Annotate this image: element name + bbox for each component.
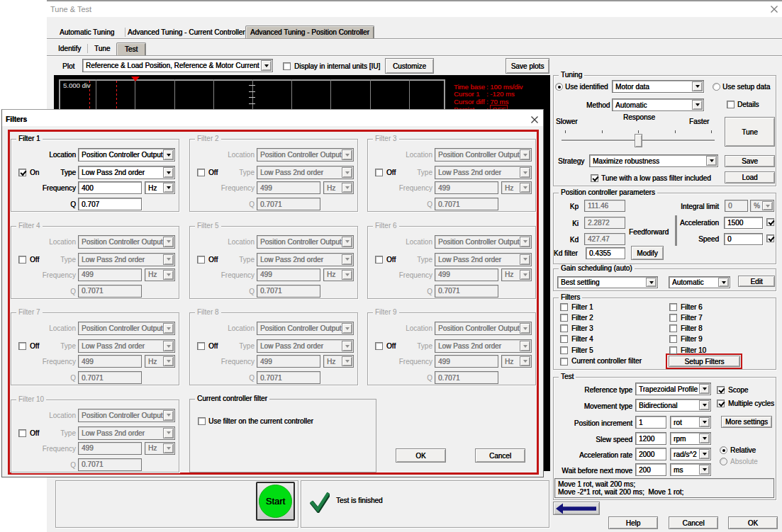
tab-test[interactable]: Test [116,43,146,55]
motor-data-select[interactable]: Motor data [612,80,704,93]
filter-location-arrow[interactable] [520,323,530,334]
filter-location-arrow[interactable] [520,237,530,247]
filter-panel-checkbox-4[interactable] [560,335,568,343]
filter-panel-checkbox-7[interactable] [669,314,677,322]
filter-frequency-field[interactable]: 499 [435,181,498,194]
filter-unit-select[interactable]: Hz [145,268,175,281]
use-identified-radio[interactable] [555,83,563,91]
filter-panel-checkbox-9[interactable] [669,335,677,343]
filter-unit-arrow[interactable] [163,356,174,366]
filter-location-select[interactable]: Position Controller Output [257,322,354,335]
filter-frequency-field[interactable]: 499 [78,442,142,455]
filter-location-arrow[interactable] [163,410,174,421]
filter-frequency-field[interactable]: 499 [257,268,320,281]
filter-unit-select[interactable]: Hz [145,442,175,455]
filter-unit-select[interactable]: Hz [501,268,532,281]
filter-unit-arrow[interactable] [163,443,174,453]
test-row-unit-arrow[interactable] [699,449,710,459]
filter-type-select[interactable]: Low Pass 2nd order [257,166,354,179]
filter-unit-arrow[interactable] [520,356,530,366]
filter-location-arrow[interactable] [163,149,174,160]
filter-type-select[interactable]: Low Pass 2nd order [257,339,354,353]
filter-location-select[interactable]: Position Controller Output [78,409,175,422]
filter-q-field[interactable]: 0.7071 [78,458,142,471]
filter-type-select[interactable]: Low Pass 2nd order [257,253,354,266]
filter-location-select[interactable]: Position Controller Output [435,235,532,249]
save-button[interactable]: Save [725,155,775,167]
filter-type-select[interactable]: Low Pass 2nd order [435,339,532,353]
test-row-select[interactable]: Trapezoidal Profile [635,383,711,395]
filter-location-arrow[interactable] [342,149,352,160]
filter-type-arrow[interactable] [163,428,174,438]
filter-q-field[interactable]: 0.7071 [435,198,498,210]
gain-mode-arrow[interactable] [646,278,657,287]
filter-frequency-field[interactable]: 499 [257,355,320,368]
filter-type-arrow[interactable] [342,254,352,265]
test-row-select[interactable]: Bidirectional [635,399,711,412]
filter-type-arrow[interactable] [520,254,530,265]
filter-type-arrow[interactable] [342,341,352,351]
filter-q-field[interactable]: 0.7071 [257,371,320,384]
gain-schedule-select[interactable]: Automatic [669,276,730,288]
absolute-radio[interactable] [720,458,727,465]
filter-type-select[interactable]: Low Pass 2nd order [78,426,175,440]
filter-type-arrow[interactable] [163,167,174,178]
test-row-unit-arrow[interactable] [699,434,710,443]
load-button[interactable]: Load [725,171,775,183]
method-arrow[interactable] [692,100,703,110]
help-button[interactable]: Help [608,516,658,529]
back-arrow-button[interactable] [553,502,600,515]
motor-data-arrow[interactable] [692,81,703,91]
filter-unit-arrow[interactable] [342,356,352,366]
filter-unit-arrow[interactable] [520,270,530,280]
filter-type-arrow[interactable] [520,341,530,351]
test-row-arrow[interactable] [699,400,710,410]
filter-unit-select[interactable]: Hz [501,181,532,194]
edit-button[interactable]: Edit [738,276,775,287]
filter-location-arrow[interactable] [163,237,174,247]
method-select[interactable]: Automatic [612,98,704,111]
filter-frequency-field[interactable]: 499 [78,355,142,368]
start-button-circle[interactable]: Start [259,485,292,518]
scope-checkbox[interactable] [717,386,725,394]
details-checkbox[interactable] [727,101,734,108]
filter-location-select[interactable]: Position Controller Output [257,235,354,249]
strategy-arrow[interactable] [706,156,717,166]
filter-q-field[interactable]: 0.7071 [435,285,498,298]
filter-location-select[interactable]: Position Controller Output [257,148,354,162]
use-setup-data-radio[interactable] [713,83,720,91]
tab-automatic-tuning[interactable]: Automatic Tuning [60,28,114,36]
filters-ok-button[interactable]: OK [396,448,446,463]
filter-type-select[interactable]: Low Pass 2nd order [78,339,175,353]
tab-identify[interactable]: Identify [58,45,81,52]
modify-button[interactable]: Modify [631,246,664,260]
filter-frequency-field[interactable]: 499 [257,181,320,194]
test-row-unit-arrow[interactable] [699,417,710,427]
filters-dialog-close-icon[interactable] [530,115,539,124]
kd-filter-field[interactable]: 0.4355 [586,247,625,259]
test-row-input[interactable]: 1 [635,416,666,429]
filter-unit-arrow[interactable] [163,183,174,193]
response-slider-thumb[interactable] [635,134,642,147]
tab-tune[interactable]: Tune [94,45,110,52]
filter-type-select[interactable]: Low Pass 2nd order [435,253,532,266]
gain-mode-select[interactable]: Best settling [557,276,658,288]
filter-type-select[interactable]: Low Pass 2nd order [78,166,175,179]
test-row-unit-arrow[interactable] [699,465,710,475]
test-row-input[interactable]: 200 [635,463,666,476]
filter-panel-checkbox-10[interactable] [669,346,677,354]
filter-type-select[interactable]: Low Pass 2nd order [78,253,175,266]
test-row-unit-select[interactable]: rpm [670,432,711,445]
test-row-input[interactable]: 1200 [635,432,666,445]
filter-location-arrow[interactable] [342,237,352,247]
filter-type-arrow[interactable] [163,254,174,265]
filter-unit-select[interactable]: Hz [145,355,175,368]
more-settings-button[interactable]: More settings [721,416,772,428]
filter-unit-select[interactable]: Hz [323,181,354,194]
filters-cancel-button[interactable]: Cancel [475,448,525,463]
filter-panel-checkbox-5[interactable] [560,346,568,354]
relative-radio[interactable] [720,446,727,454]
filter-type-arrow[interactable] [520,167,530,178]
acceleration-checkbox[interactable] [766,218,774,226]
current-controller-filter-checkbox[interactable] [560,358,568,366]
